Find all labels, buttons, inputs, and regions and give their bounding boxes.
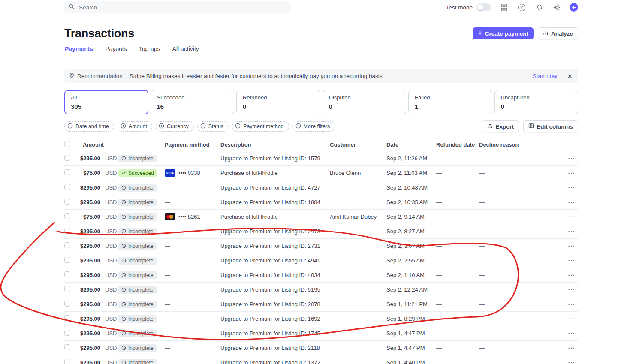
search-input[interactable] — [78, 4, 286, 11]
filter-chip-more-filters[interactable]: More filters — [292, 121, 335, 132]
status-label: Incomplete — [128, 272, 154, 278]
apps-grid-icon[interactable] — [499, 3, 509, 12]
tab-all-activity[interactable]: All activity — [172, 45, 199, 57]
row-checkbox[interactable] — [64, 330, 70, 336]
filter-chip-payment-method[interactable]: Payment method — [232, 121, 289, 132]
row-overflow-menu[interactable]: ··· — [565, 184, 578, 191]
table-row[interactable]: $75.00 USD Succeeded VISA•••• 0338 Purch… — [64, 166, 578, 180]
table-row[interactable]: $295.00 USD Incomplete — Upgrade to Prem… — [64, 312, 578, 326]
filter-chip-amount[interactable]: Amount — [118, 121, 152, 132]
notifications-bell-icon[interactable] — [534, 3, 544, 12]
row-overflow-menu[interactable]: ··· — [565, 272, 578, 279]
row-overflow-menu[interactable]: ··· — [565, 199, 578, 206]
start-now-link[interactable]: Start now — [533, 73, 557, 79]
row-checkbox[interactable] — [64, 315, 70, 321]
refunded-date-value: — — [436, 330, 479, 337]
export-button[interactable]: Export — [482, 120, 519, 132]
table-row[interactable]: $295.00 USD Incomplete — Upgrade to Prem… — [64, 326, 578, 341]
select-all-checkbox[interactable] — [64, 141, 70, 147]
row-checkbox[interactable] — [64, 286, 70, 292]
row-checkbox[interactable] — [64, 169, 70, 175]
row-checkbox[interactable] — [64, 242, 70, 248]
recommendation-label: Recommendation — [77, 73, 123, 79]
circle-plus-icon — [295, 123, 301, 130]
amount-value: $295.00 — [77, 330, 104, 337]
decline-reason-value: — — [479, 316, 526, 322]
row-checkbox[interactable] — [64, 257, 70, 263]
row-overflow-menu[interactable]: ··· — [565, 228, 578, 235]
transaction-date: Sep 1, 8:29 PM — [386, 316, 436, 322]
row-overflow-menu[interactable]: ··· — [565, 243, 578, 250]
page-title: Transactions — [64, 27, 134, 40]
mastercard-card-icon — [165, 213, 175, 220]
table-row[interactable]: $295.00 USD Incomplete — Upgrade to Prem… — [64, 283, 578, 297]
row-overflow-menu[interactable]: ··· — [565, 345, 578, 352]
create-new-button[interactable]: + — [570, 3, 578, 12]
row-checkbox[interactable] — [64, 344, 70, 350]
table-row[interactable]: $295.00 USD Incomplete — Upgrade to Prem… — [64, 297, 578, 312]
row-checkbox[interactable] — [64, 199, 70, 205]
decline-reason-value: — — [479, 243, 526, 249]
row-checkbox[interactable] — [64, 213, 70, 219]
summary-card-succeeded[interactable]: Succeeded 16 — [151, 90, 235, 114]
description-text: Upgrade to Premium for Listing ID: 1692 — [220, 316, 330, 322]
row-overflow-menu[interactable]: ··· — [565, 214, 578, 220]
settings-gear-icon[interactable] — [552, 3, 561, 12]
tab-top-ups[interactable]: Top-ups — [139, 45, 161, 57]
description-text: Upgrade to Premium for Listing ID: 2118 — [220, 345, 330, 351]
col-customer: Customer — [330, 141, 386, 148]
decline-reason-value: — — [479, 286, 526, 293]
filter-chip-currency[interactable]: Currency — [156, 121, 194, 132]
row-overflow-menu[interactable]: ··· — [565, 286, 578, 293]
amount-value: $295.00 — [77, 155, 104, 162]
summary-card-all[interactable]: All 305 — [64, 90, 148, 114]
table-row[interactable]: $75.00 USD Incomplete •••• 8261 Purchase… — [64, 210, 578, 224]
description-text: Upgrade to Premium for Listing ID: 4034 — [220, 272, 330, 278]
row-checkbox[interactable] — [64, 184, 70, 190]
edit-columns-button[interactable]: Edit columns — [523, 120, 578, 132]
payment-method-cell: — — [165, 184, 220, 191]
row-overflow-menu[interactable]: ··· — [565, 257, 578, 264]
table-row[interactable]: $295.00 USD Incomplete — Upgrade to Prem… — [64, 253, 578, 268]
filter-chip-date-and-time[interactable]: Date and time — [64, 121, 114, 132]
search-box[interactable] — [64, 1, 291, 13]
card-label: Refunded — [243, 94, 314, 101]
table-row[interactable]: $295.00 USD Incomplete — Upgrade to Prem… — [64, 239, 578, 253]
row-overflow-menu[interactable]: ··· — [565, 170, 578, 177]
create-payment-button[interactable]: Create payment — [473, 27, 534, 39]
row-overflow-menu[interactable]: ··· — [565, 330, 578, 337]
table-row[interactable]: $295.00 USD Incomplete — Upgrade to Prem… — [64, 355, 578, 364]
table-row[interactable]: $295.00 USD Incomplete — Upgrade to Prem… — [64, 268, 578, 283]
summary-card-failed[interactable]: Failed 1 — [408, 90, 492, 114]
amount-value: $295.00 — [77, 257, 104, 264]
table-row[interactable]: $295.00 USD Incomplete — Upgrade to Prem… — [64, 224, 578, 239]
row-checkbox[interactable] — [64, 228, 70, 234]
card-count: 305 — [71, 103, 142, 110]
row-overflow-menu[interactable]: ··· — [565, 301, 578, 308]
table-row[interactable]: $295.00 USD Incomplete — Upgrade to Prem… — [64, 180, 578, 195]
analyze-button[interactable]: Analyze — [538, 27, 578, 39]
customer-name: Bruce Glenn — [330, 170, 386, 176]
row-checkbox[interactable] — [64, 359, 70, 364]
test-mode-toggle[interactable] — [476, 3, 491, 11]
close-icon[interactable]: × — [567, 72, 572, 80]
search-icon — [69, 3, 75, 11]
filter-chip-status[interactable]: Status — [197, 121, 229, 132]
table-row[interactable]: $295.00 USD Incomplete — Upgrade to Prem… — [64, 151, 578, 166]
summary-card-uncaptured[interactable]: Uncaptured 0 — [494, 90, 579, 114]
row-checkbox[interactable] — [64, 301, 70, 307]
help-icon[interactable]: ? — [517, 3, 526, 12]
tab-payouts[interactable]: Payouts — [105, 45, 127, 57]
row-checkbox[interactable] — [64, 155, 70, 161]
tab-payments[interactable]: Payments — [64, 45, 93, 57]
status-icon — [121, 200, 126, 205]
summary-card-disputed[interactable]: Disputed 0 — [323, 90, 407, 114]
table-row[interactable]: $295.00 USD Incomplete — Upgrade to Prem… — [64, 195, 578, 210]
table-row[interactable]: $295.00 USD Incomplete — Upgrade to Prem… — [64, 341, 578, 355]
amount-value: $295.00 — [77, 345, 104, 351]
summary-card-refunded[interactable]: Refunded 0 — [236, 90, 320, 114]
row-overflow-menu[interactable]: ··· — [565, 316, 578, 322]
row-overflow-menu[interactable]: ··· — [565, 359, 578, 364]
row-checkbox[interactable] — [64, 271, 70, 277]
row-overflow-menu[interactable]: ··· — [565, 155, 578, 162]
